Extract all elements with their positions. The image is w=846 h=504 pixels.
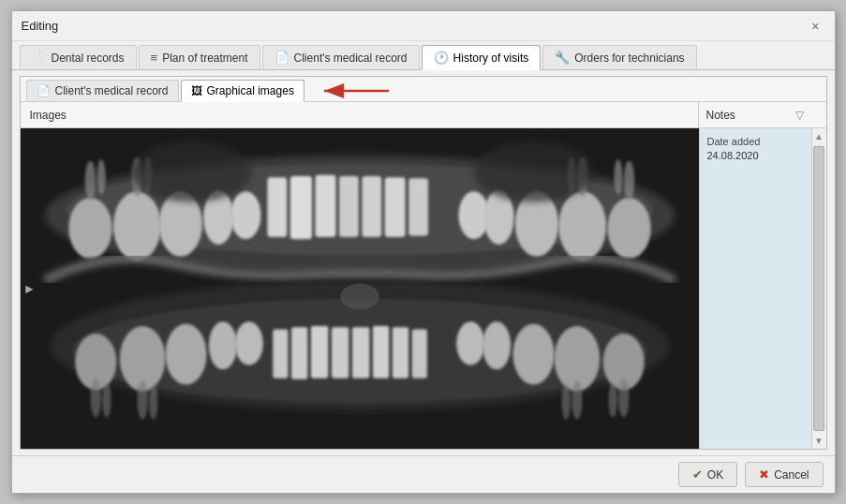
ok-icon: ✔ xyxy=(692,467,703,482)
outer-tab-bar: 🦷 Dental records ≡ Plan of treatment 📄 C… xyxy=(12,41,835,70)
svg-point-15 xyxy=(112,191,160,260)
tab-clients-medical-record-label: Client's medical record xyxy=(55,84,169,97)
plan-treatment-icon: ≡ xyxy=(151,51,158,65)
svg-point-51 xyxy=(102,382,111,417)
xray-svg xyxy=(21,128,699,449)
inner-tab-bar: 📄 Client's medical record 🖼 Graphical im… xyxy=(21,77,826,102)
filter-icon[interactable]: ▽ xyxy=(795,109,804,122)
tab-graphical-images[interactable]: 🖼 Graphical images xyxy=(181,80,304,102)
svg-point-59 xyxy=(473,141,593,202)
svg-rect-10 xyxy=(384,177,405,237)
tab-medical-record-label: Client's medical record xyxy=(294,52,408,65)
tab-orders-technicians-label: Orders for technicians xyxy=(574,52,684,65)
svg-point-38 xyxy=(482,321,511,369)
svg-rect-7 xyxy=(315,175,335,237)
svg-rect-9 xyxy=(362,176,381,237)
tab-dental-records[interactable]: 🦷 Dental records xyxy=(20,45,137,69)
orders-technicians-icon: 🔧 xyxy=(555,51,570,65)
svg-point-21 xyxy=(607,198,650,259)
svg-rect-30 xyxy=(392,327,408,378)
scroll-up-button[interactable]: ▲ xyxy=(811,128,825,144)
svg-point-55 xyxy=(608,382,616,417)
svg-rect-28 xyxy=(351,327,369,378)
date-added-label: Date added xyxy=(707,136,804,147)
svg-rect-6 xyxy=(289,176,311,239)
svg-point-39 xyxy=(512,324,554,385)
graphical-images-icon: 🖼 xyxy=(191,84,202,97)
svg-rect-31 xyxy=(411,329,426,378)
svg-point-58 xyxy=(131,141,251,202)
tab-history-visits-label: History of visits xyxy=(453,52,529,65)
column-notes-header: Notes ▽ xyxy=(699,109,811,122)
xray-image-area: ► xyxy=(21,128,699,449)
date-added-value: 24.08.2020 xyxy=(707,150,804,161)
tab-dental-records-label: Dental records xyxy=(52,52,125,65)
cancel-label: Cancel xyxy=(774,468,809,482)
svg-rect-5 xyxy=(267,177,287,237)
scroll-thumb[interactable] xyxy=(813,146,824,431)
clients-medical-record-icon: 📄 xyxy=(37,84,51,97)
medical-record-icon: 📄 xyxy=(275,51,289,65)
tab-graphical-images-label: Graphical images xyxy=(207,84,294,97)
svg-point-56 xyxy=(571,380,583,420)
title-bar: Editing × xyxy=(12,11,835,41)
ok-label: OK xyxy=(707,468,723,482)
column-images-header: Images xyxy=(21,102,699,127)
svg-rect-27 xyxy=(331,327,349,378)
nav-left-arrow[interactable]: ► xyxy=(23,281,37,296)
svg-rect-26 xyxy=(310,326,328,378)
svg-point-53 xyxy=(149,385,157,420)
tab-plan-treatment[interactable]: ≡ Plan of treatment xyxy=(139,45,260,69)
svg-point-16 xyxy=(68,198,111,259)
svg-point-57 xyxy=(561,385,570,420)
svg-point-47 xyxy=(614,160,622,195)
inner-content-panel: 📄 Client's medical record 🖼 Graphical im… xyxy=(20,76,827,450)
svg-rect-8 xyxy=(338,176,358,237)
svg-point-33 xyxy=(208,321,236,369)
svg-point-37 xyxy=(456,321,484,364)
history-visits-icon: 🕐 xyxy=(434,51,449,65)
svg-point-43 xyxy=(96,160,105,195)
svg-rect-25 xyxy=(290,327,306,379)
svg-point-34 xyxy=(165,324,206,385)
svg-point-46 xyxy=(623,161,634,200)
cancel-icon: ✖ xyxy=(759,467,769,482)
svg-rect-11 xyxy=(408,178,428,235)
svg-point-52 xyxy=(137,380,148,420)
tab-history-visits[interactable]: 🕐 History of visits xyxy=(422,45,542,70)
svg-point-42 xyxy=(84,161,96,200)
scrollbar[interactable]: ▲ ▼ xyxy=(811,128,826,449)
svg-point-12 xyxy=(230,191,260,239)
svg-point-54 xyxy=(617,378,629,418)
dental-records-icon: 🦷 xyxy=(32,51,47,65)
tab-plan-treatment-label: Plan of treatment xyxy=(162,52,247,65)
svg-point-32 xyxy=(234,321,262,364)
dialog-title: Editing xyxy=(22,19,59,33)
close-button[interactable]: × xyxy=(806,18,824,35)
svg-point-50 xyxy=(90,378,101,418)
tab-clients-medical-record[interactable]: 📄 Client's medical record xyxy=(26,80,179,101)
scroll-down-button[interactable]: ▼ xyxy=(811,433,825,449)
arrow-indicator xyxy=(316,81,391,101)
bottom-bar: ✔ OK ✖ Cancel xyxy=(12,455,835,493)
tab-orders-technicians[interactable]: 🔧 Orders for technicians xyxy=(542,45,696,69)
ok-button[interactable]: ✔ OK xyxy=(678,462,737,487)
cancel-button[interactable]: ✖ Cancel xyxy=(745,462,823,487)
svg-point-60 xyxy=(340,284,379,310)
tab-medical-record[interactable]: 📄 Client's medical record xyxy=(262,45,420,69)
notes-column: Date added 24.08.2020 xyxy=(699,128,811,449)
svg-rect-24 xyxy=(273,329,288,378)
table-header: Images Notes ▽ xyxy=(21,102,826,128)
editing-dialog: Editing × 🦷 Dental records ≡ Plan of tre… xyxy=(11,10,836,494)
svg-point-20 xyxy=(558,191,606,260)
main-grid: ► Date added 24.08.2020 ▲ ▼ xyxy=(21,128,826,449)
svg-rect-29 xyxy=(372,326,388,378)
